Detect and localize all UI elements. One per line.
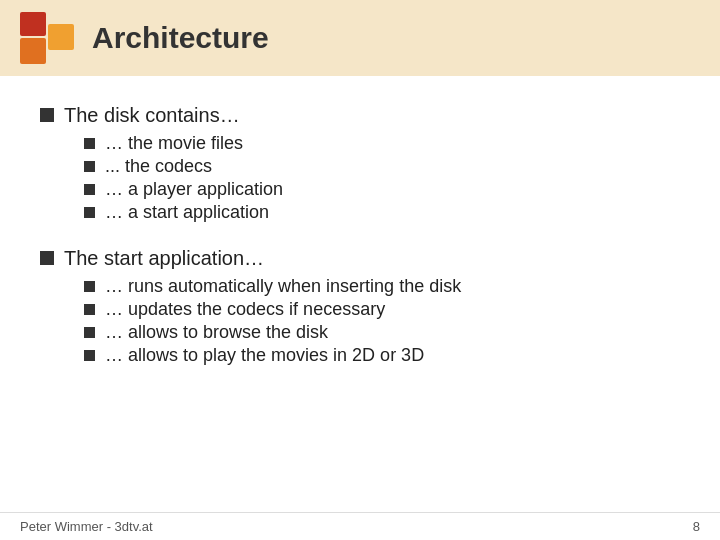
header: Architecture xyxy=(0,0,720,76)
sub-bullet-text-1-3: … a player application xyxy=(105,179,283,200)
sub-bullet-icon-2-4 xyxy=(84,350,95,361)
sub-bullet-1-4: … a start application xyxy=(84,202,680,223)
sub-bullet-text-2-2: … updates the codecs if necessary xyxy=(105,299,385,320)
svg-rect-1 xyxy=(20,12,46,36)
section-start: The start application… … runs automatica… xyxy=(40,247,680,366)
main-bullet-text-2: The start application… xyxy=(64,247,264,270)
sub-bullet-text-1-2: ... the codecs xyxy=(105,156,212,177)
sub-bullet-icon-1-1 xyxy=(84,138,95,149)
main-bullet-icon-2 xyxy=(40,251,54,265)
sub-bullet-1-1: … the movie files xyxy=(84,133,680,154)
sub-bullet-text-2-3: … allows to browse the disk xyxy=(105,322,328,343)
sub-bullet-2-1: … runs automatically when inserting the … xyxy=(84,276,680,297)
sub-bullet-text-2-4: … allows to play the movies in 2D or 3D xyxy=(105,345,424,366)
slide: Architecture The disk contains… … the mo… xyxy=(0,0,720,540)
sub-bullet-icon-2-3 xyxy=(84,327,95,338)
svg-rect-0 xyxy=(20,38,46,64)
sub-bullet-icon-1-4 xyxy=(84,207,95,218)
logo-icon xyxy=(20,12,76,64)
footer-author: Peter Wimmer - 3dtv.at xyxy=(20,519,153,534)
svg-rect-2 xyxy=(48,24,74,50)
sub-bullets-2: … runs automatically when inserting the … xyxy=(84,276,680,366)
main-bullet-icon-1 xyxy=(40,108,54,122)
sub-bullet-text-1-1: … the movie files xyxy=(105,133,243,154)
sub-bullet-text-2-1: … runs automatically when inserting the … xyxy=(105,276,461,297)
sub-bullet-1-2: ... the codecs xyxy=(84,156,680,177)
sub-bullet-1-3: … a player application xyxy=(84,179,680,200)
main-bullet-1: The disk contains… xyxy=(40,104,680,127)
footer-page: 8 xyxy=(693,519,700,534)
sub-bullet-2-3: … allows to browse the disk xyxy=(84,322,680,343)
slide-title: Architecture xyxy=(92,21,269,55)
sub-bullet-text-1-4: … a start application xyxy=(105,202,269,223)
sub-bullets-1: … the movie files ... the codecs … a pla… xyxy=(84,133,680,223)
sub-bullet-icon-1-2 xyxy=(84,161,95,172)
section-disk: The disk contains… … the movie files ...… xyxy=(40,104,680,223)
main-bullet-text-1: The disk contains… xyxy=(64,104,240,127)
main-bullet-2: The start application… xyxy=(40,247,680,270)
footer: Peter Wimmer - 3dtv.at 8 xyxy=(0,512,720,540)
sub-bullet-2-4: … allows to play the movies in 2D or 3D xyxy=(84,345,680,366)
sub-bullet-2-2: … updates the codecs if necessary xyxy=(84,299,680,320)
sub-bullet-icon-2-2 xyxy=(84,304,95,315)
sub-bullet-icon-2-1 xyxy=(84,281,95,292)
sub-bullet-icon-1-3 xyxy=(84,184,95,195)
content-area: The disk contains… … the movie files ...… xyxy=(0,76,720,512)
